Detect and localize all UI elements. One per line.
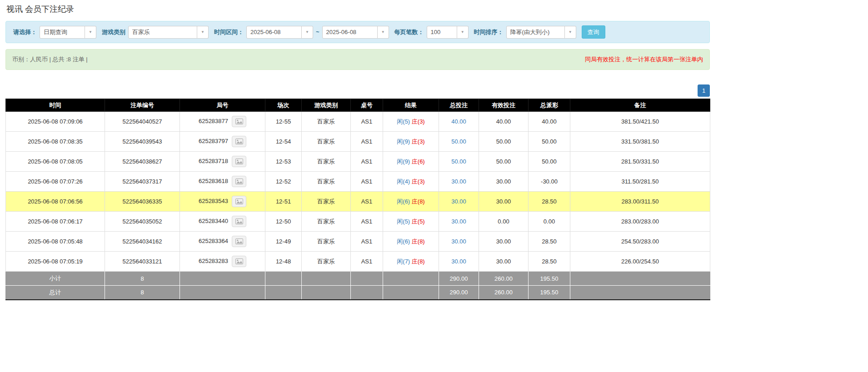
video-replay-button[interactable] [232,156,246,167]
pagination-page-1[interactable]: 1 [698,84,710,97]
date-to-combo: ▼ [322,26,389,39]
per-page-dropdown-button[interactable]: ▼ [457,26,469,39]
round-id-text: 625283283 [199,258,228,264]
cell-bet-id: 522564035052 [105,212,180,232]
cell-time: 2025-06-08 07:07:26 [6,172,105,192]
cell-time: 2025-06-08 07:08:05 [6,152,105,172]
video-replay-icon [235,139,243,144]
cell-bet-id: 522564040527 [105,112,180,132]
cell-round-id: 625283797 [180,132,265,152]
result-banker: 庄(8) [412,238,425,245]
currency-summary-text: 币别：人民币 | 总共 :8 注单 | [12,55,88,64]
per-page-input[interactable] [427,26,457,39]
caret-down-icon: ▼ [305,30,309,34]
cell-result: 闲(7) 庄(8) [383,252,439,272]
summary-empty [180,286,265,300]
betting-records-table: 时间注单编号局号场次游戏类别桌号结果总投注有效投注总派彩备注 2025-06-0… [5,99,710,300]
cell-remark: 254.50/283.00 [570,232,710,252]
table-row: 2025-06-08 07:08:05522564038627625283718… [6,152,710,172]
total-bet-link[interactable]: 30.00 [451,238,466,245]
result-banker: 庄(8) [412,198,425,205]
search-button[interactable]: 查询 [582,25,605,39]
game-type-dropdown-button[interactable]: ▼ [197,26,209,39]
summary-valid-bet: 260.00 [479,272,529,286]
summary-empty [265,272,302,286]
cell-result: 闲(5) 庄(5) [383,212,439,232]
total-bet-link[interactable]: 40.00 [451,118,466,125]
total-bet-link[interactable]: 30.00 [451,178,466,185]
video-replay-icon [235,159,243,164]
result-player: 闲(5) [397,218,410,225]
summary-empty [383,286,439,300]
column-header-table-no: 桌号 [351,99,383,112]
video-replay-icon [235,179,243,184]
summary-total-bet: 290.00 [439,272,479,286]
cell-payout: 28.50 [529,192,570,212]
cell-total-bet: 50.00 [439,132,479,152]
per-page-label: 每页笔数： [394,28,424,36]
cell-total-bet: 30.00 [439,212,479,232]
cell-result: 闲(9) 庄(3) [383,132,439,152]
summary-empty [351,286,383,300]
video-replay-button[interactable] [232,136,246,147]
cell-game: 百家乐 [302,172,351,192]
cell-round-id: 625283283 [180,252,265,272]
video-replay-button[interactable] [232,236,246,247]
summary-valid-bet: 260.00 [479,286,529,300]
video-replay-button[interactable] [232,176,246,187]
total-bet-link[interactable]: 30.00 [451,258,466,265]
date-to-input[interactable] [322,26,378,39]
result-banker: 庄(3) [412,178,425,185]
cell-session: 12-53 [265,152,302,172]
cell-result: 闲(5) 庄(3) [383,112,439,132]
cell-session: 12-55 [265,112,302,132]
game-type-input[interactable] [128,26,197,39]
cell-payout: 50.00 [529,132,570,152]
total-bet-link[interactable]: 30.00 [451,218,466,225]
total-bet-link[interactable]: 50.00 [451,158,466,165]
date-to-dropdown-button[interactable]: ▼ [378,26,389,39]
result-player: 闲(6) [397,198,410,205]
summary-count: 8 [105,286,180,300]
round-id-text: 625283877 [199,118,228,124]
cell-game: 百家乐 [302,252,351,272]
cell-round-id: 625283364 [180,232,265,252]
cell-time: 2025-06-08 07:05:48 [6,232,105,252]
result-banker: 庄(6) [412,158,425,165]
cell-table-no: AS1 [351,212,383,232]
table-row: 2025-06-08 07:05:48522564034162625283364… [6,232,710,252]
page-title: 视讯 会员下注纪录 [6,4,710,15]
time-sort-dropdown-button[interactable]: ▼ [565,26,576,39]
video-replay-button[interactable] [232,216,246,227]
summary-empty [180,272,265,286]
column-header-remark: 备注 [570,99,710,112]
cell-total-bet: 30.00 [439,252,479,272]
date-from-dropdown-button[interactable]: ▼ [302,26,313,39]
cell-round-id: 625283877 [180,112,265,132]
summary-total-payout: 195.50 [529,286,570,300]
time-sort-input[interactable] [506,26,565,39]
video-replay-icon [235,218,243,224]
summary-total-payout: 195.50 [529,272,570,286]
result-banker: 庄(8) [412,258,425,265]
table-row: 2025-06-08 07:06:17522564035052625283440… [6,212,710,232]
table-row: 2025-06-08 07:07:26522564037317625283618… [6,172,710,192]
video-replay-button[interactable] [232,196,246,207]
caret-down-icon: ▼ [89,30,92,34]
video-replay-button[interactable] [232,116,246,127]
cell-total-bet: 50.00 [439,152,479,172]
total-bet-link[interactable]: 30.00 [451,198,466,205]
total-bet-link[interactable]: 50.00 [451,138,466,145]
caret-down-icon: ▼ [461,30,464,34]
query-type-dropdown-button[interactable]: ▼ [85,26,96,39]
query-type-label: 请选择： [13,28,37,36]
summary-empty [570,272,710,286]
time-range-label: 时间区间： [214,28,244,36]
date-from-input[interactable] [246,26,302,39]
result-player: 闲(7) [397,258,410,265]
video-replay-button[interactable] [232,256,246,267]
table-row: 2025-06-08 07:05:19522564033121625283283… [6,252,710,272]
query-type-input[interactable] [40,26,85,39]
column-header-total-payout: 总派彩 [529,99,570,112]
filter-bar: 请选择： ▼ 游戏类别 ▼ 时间区间： ▼ ~ ▼ 每页笔数： ▼ 时间排序： … [5,21,710,43]
